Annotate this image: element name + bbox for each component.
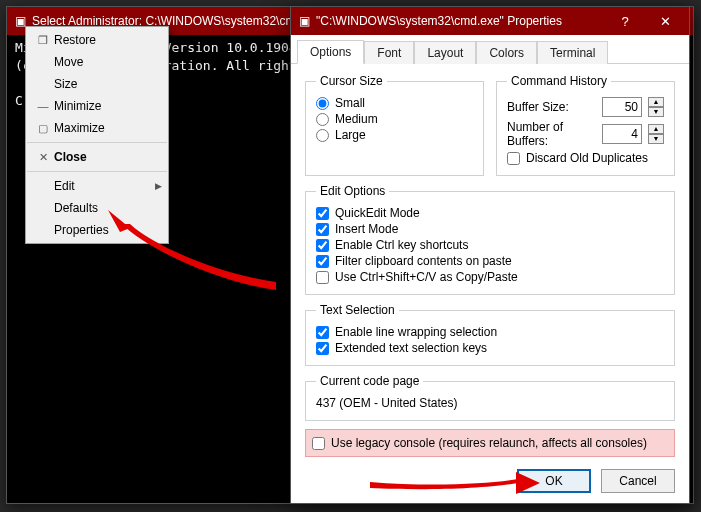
extended-keys-label: Extended text selection keys bbox=[335, 341, 487, 355]
spinner-up-icon[interactable]: ▲ bbox=[648, 124, 664, 134]
tab-strip: Options Font Layout Colors Terminal bbox=[291, 35, 689, 64]
buffer-size-input[interactable] bbox=[602, 97, 642, 117]
cmd-window-icon: ▣ bbox=[299, 14, 310, 28]
menu-label-close: Close bbox=[54, 150, 162, 164]
filter-clipboard-row[interactable]: Filter clipboard contents on paste bbox=[316, 254, 664, 268]
menu-close[interactable]: ✕ Close bbox=[26, 146, 168, 168]
cursor-large-row[interactable]: Large bbox=[316, 128, 473, 142]
insert-mode-label: Insert Mode bbox=[335, 222, 398, 236]
ok-button[interactable]: OK bbox=[517, 469, 591, 493]
cursor-small-label: Small bbox=[335, 96, 365, 110]
tab-colors[interactable]: Colors bbox=[476, 41, 537, 64]
buffer-size-spinner[interactable]: ▲▼ bbox=[648, 97, 664, 117]
extended-keys-row[interactable]: Extended text selection keys bbox=[316, 341, 664, 355]
menu-separator bbox=[27, 171, 167, 172]
menu-size[interactable]: Size bbox=[26, 73, 168, 95]
menu-separator bbox=[27, 142, 167, 143]
legacy-console-checkbox[interactable] bbox=[312, 437, 325, 450]
line-wrap-checkbox[interactable] bbox=[316, 326, 329, 339]
menu-label-minimize: Minimize bbox=[54, 99, 162, 113]
cursor-small-radio[interactable] bbox=[316, 97, 329, 110]
help-button[interactable]: ? bbox=[605, 10, 645, 32]
ctrl-shift-cv-checkbox[interactable] bbox=[316, 271, 329, 284]
filter-clipboard-label: Filter clipboard contents on paste bbox=[335, 254, 512, 268]
properties-title: "C:\WINDOWS\system32\cmd.exe" Properties bbox=[316, 14, 605, 28]
edit-options-group: Edit Options QuickEdit Mode Insert Mode … bbox=[305, 184, 675, 295]
buffer-size-label: Buffer Size: bbox=[507, 100, 596, 114]
quickedit-row[interactable]: QuickEdit Mode bbox=[316, 206, 664, 220]
menu-minimize[interactable]: — Minimize bbox=[26, 95, 168, 117]
discard-duplicates-row[interactable]: Discard Old Duplicates bbox=[507, 151, 664, 165]
text-selection-group: Text Selection Enable line wrapping sele… bbox=[305, 303, 675, 366]
filter-clipboard-checkbox[interactable] bbox=[316, 255, 329, 268]
menu-label-move: Move bbox=[54, 55, 162, 69]
num-buffers-label: Number of Buffers: bbox=[507, 120, 596, 148]
ctrl-shift-cv-label: Use Ctrl+Shift+C/V as Copy/Paste bbox=[335, 270, 518, 284]
extended-keys-checkbox[interactable] bbox=[316, 342, 329, 355]
cursor-medium-radio[interactable] bbox=[316, 113, 329, 126]
menu-defaults[interactable]: Defaults bbox=[26, 197, 168, 219]
menu-label-restore: Restore bbox=[54, 33, 162, 47]
tab-layout[interactable]: Layout bbox=[414, 41, 476, 64]
properties-titlebar[interactable]: ▣ "C:\WINDOWS\system32\cmd.exe" Properti… bbox=[291, 7, 689, 35]
legacy-console-label: Use legacy console (requires relaunch, a… bbox=[331, 436, 647, 450]
cursor-large-label: Large bbox=[335, 128, 366, 142]
ctrl-shift-cv-row[interactable]: Use Ctrl+Shift+C/V as Copy/Paste bbox=[316, 270, 664, 284]
line-wrap-label: Enable line wrapping selection bbox=[335, 325, 497, 339]
discard-duplicates-label: Discard Old Duplicates bbox=[526, 151, 648, 165]
close-icon: ✕ bbox=[32, 151, 54, 164]
insert-mode-checkbox[interactable] bbox=[316, 223, 329, 236]
quickedit-label: QuickEdit Mode bbox=[335, 206, 420, 220]
maximize-icon: ▢ bbox=[32, 122, 54, 135]
ctrl-shortcuts-row[interactable]: Enable Ctrl key shortcuts bbox=[316, 238, 664, 252]
codepage-legend: Current code page bbox=[316, 374, 423, 388]
properties-dialog: ▣ "C:\WINDOWS\system32\cmd.exe" Properti… bbox=[290, 6, 690, 504]
codepage-value: 437 (OEM - United States) bbox=[316, 394, 664, 412]
cursor-medium-label: Medium bbox=[335, 112, 378, 126]
minimize-icon: — bbox=[32, 100, 54, 112]
cursor-large-radio[interactable] bbox=[316, 129, 329, 142]
line-wrap-row[interactable]: Enable line wrapping selection bbox=[316, 325, 664, 339]
codepage-group: Current code page 437 (OEM - United Stat… bbox=[305, 374, 675, 421]
cursor-size-legend: Cursor Size bbox=[316, 74, 387, 88]
close-button[interactable]: ✕ bbox=[645, 10, 685, 32]
history-legend: Command History bbox=[507, 74, 611, 88]
discard-duplicates-checkbox[interactable] bbox=[507, 152, 520, 165]
menu-label-defaults: Defaults bbox=[54, 201, 162, 215]
spinner-down-icon[interactable]: ▼ bbox=[648, 134, 664, 144]
menu-label-edit: Edit bbox=[54, 179, 155, 193]
command-history-group: Command History Buffer Size: ▲▼ Number o… bbox=[496, 74, 675, 176]
tab-font[interactable]: Font bbox=[364, 41, 414, 64]
num-buffers-input[interactable] bbox=[602, 124, 642, 144]
properties-body: Cursor Size Small Medium Large Command H… bbox=[291, 64, 689, 461]
ctrl-shortcuts-checkbox[interactable] bbox=[316, 239, 329, 252]
tab-terminal[interactable]: Terminal bbox=[537, 41, 608, 64]
menu-label-size: Size bbox=[54, 77, 162, 91]
menu-maximize[interactable]: ▢ Maximize bbox=[26, 117, 168, 139]
spinner-up-icon[interactable]: ▲ bbox=[648, 97, 664, 107]
quickedit-checkbox[interactable] bbox=[316, 207, 329, 220]
chevron-right-icon: ▶ bbox=[155, 181, 162, 191]
restore-icon: ❐ bbox=[32, 34, 54, 47]
insert-mode-row[interactable]: Insert Mode bbox=[316, 222, 664, 236]
dialog-button-row: OK Cancel bbox=[291, 461, 689, 503]
system-menu: ❐ Restore Move Size — Minimize ▢ Maximiz… bbox=[25, 26, 169, 244]
menu-move[interactable]: Move bbox=[26, 51, 168, 73]
legacy-console-highlight: Use legacy console (requires relaunch, a… bbox=[305, 429, 675, 457]
legacy-console-row[interactable]: Use legacy console (requires relaunch, a… bbox=[312, 436, 668, 450]
cursor-size-group: Cursor Size Small Medium Large bbox=[305, 74, 484, 176]
menu-properties[interactable]: Properties bbox=[26, 219, 168, 241]
menu-label-properties: Properties bbox=[54, 223, 162, 237]
menu-restore[interactable]: ❐ Restore bbox=[26, 29, 168, 51]
ctrl-shortcuts-label: Enable Ctrl key shortcuts bbox=[335, 238, 468, 252]
edit-options-legend: Edit Options bbox=[316, 184, 389, 198]
cursor-medium-row[interactable]: Medium bbox=[316, 112, 473, 126]
menu-label-maximize: Maximize bbox=[54, 121, 162, 135]
cursor-small-row[interactable]: Small bbox=[316, 96, 473, 110]
menu-edit[interactable]: Edit ▶ bbox=[26, 175, 168, 197]
num-buffers-spinner[interactable]: ▲▼ bbox=[648, 124, 664, 144]
cancel-button[interactable]: Cancel bbox=[601, 469, 675, 493]
spinner-down-icon[interactable]: ▼ bbox=[648, 107, 664, 117]
tab-options[interactable]: Options bbox=[297, 40, 364, 64]
text-selection-legend: Text Selection bbox=[316, 303, 399, 317]
